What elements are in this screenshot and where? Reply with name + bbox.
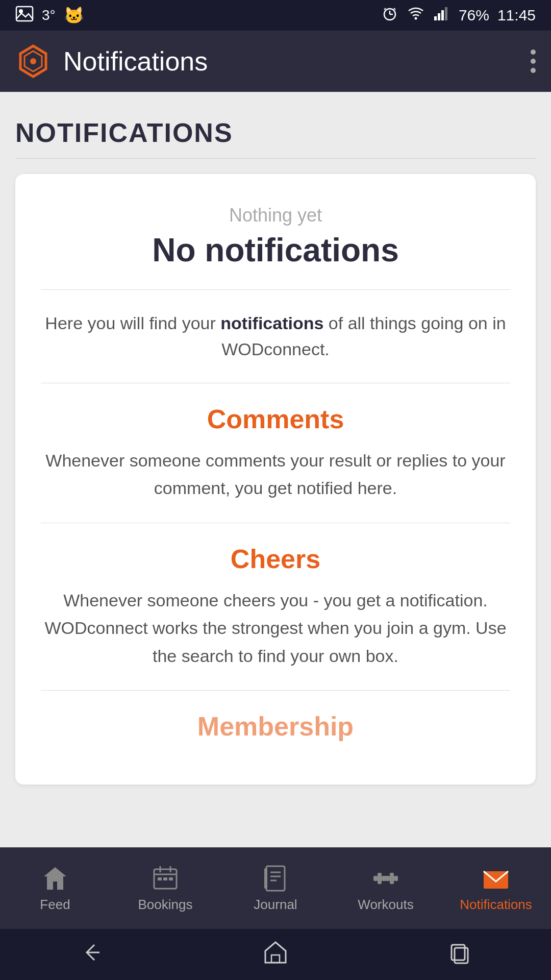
main-content: NOTIFICATIONS Nothing yet No notificatio… xyxy=(0,92,551,847)
svg-rect-8 xyxy=(434,16,437,20)
journal-icon xyxy=(261,864,290,893)
notifications-label: Notifications xyxy=(460,897,532,913)
app-bar: Notifications xyxy=(0,31,551,92)
time-text: 11:45 xyxy=(497,7,536,24)
svg-rect-11 xyxy=(445,7,447,20)
svg-point-7 xyxy=(414,17,417,19)
workouts-icon xyxy=(371,864,400,893)
svg-rect-10 xyxy=(441,10,444,20)
no-notifications-title: No notifications xyxy=(41,231,510,269)
card-divider-4 xyxy=(41,690,510,691)
wifi-icon xyxy=(407,5,425,27)
feed-label: Feed xyxy=(40,897,70,913)
cheers-feature-title: Cheers xyxy=(41,544,510,574)
bottom-nav: Feed Bookings Journal xyxy=(0,847,551,929)
home-button[interactable] xyxy=(263,940,288,970)
bookings-icon xyxy=(151,864,180,893)
image-icon xyxy=(15,5,34,27)
comments-feature-title: Comments xyxy=(41,404,510,434)
svg-line-5 xyxy=(384,8,386,10)
description-text: Here you will find your notifications of… xyxy=(41,310,510,362)
svg-rect-36 xyxy=(271,955,280,963)
svg-line-6 xyxy=(394,8,395,10)
nothing-yet-text: Nothing yet xyxy=(41,205,510,226)
comments-feature-desc: Whenever someone comments your result or… xyxy=(41,447,510,502)
journal-label: Journal xyxy=(254,897,297,913)
svg-rect-21 xyxy=(169,877,173,880)
page-title: NOTIFICATIONS xyxy=(15,117,536,148)
signal-icon xyxy=(433,5,450,26)
more-menu-button[interactable] xyxy=(531,50,536,73)
back-button[interactable] xyxy=(79,940,105,970)
app-bar-left: Notifications xyxy=(15,43,208,79)
app-bar-title: Notifications xyxy=(63,46,208,77)
cheers-feature-desc: Whenever someone cheers you - you get a … xyxy=(41,586,510,670)
nav-item-journal[interactable]: Journal xyxy=(220,859,331,918)
app-logo-icon xyxy=(15,43,51,79)
svg-rect-20 xyxy=(163,877,167,880)
recents-button[interactable] xyxy=(446,940,472,970)
android-nav-bar xyxy=(0,929,551,980)
workouts-label: Workouts xyxy=(358,897,413,913)
svg-rect-26 xyxy=(264,868,267,889)
card-divider-1 xyxy=(41,289,510,290)
notification-card: Nothing yet No notifications Here you wi… xyxy=(15,174,536,785)
nav-item-bookings[interactable]: Bookings xyxy=(110,859,220,918)
nav-item-workouts[interactable]: Workouts xyxy=(331,859,441,918)
cat-icon: 🐱 xyxy=(64,6,84,25)
svg-rect-0 xyxy=(16,7,33,21)
bookings-label: Bookings xyxy=(138,897,193,913)
status-bar: 3° 🐱 xyxy=(0,0,551,31)
nav-item-notifications[interactable]: Notifications xyxy=(441,859,551,918)
svg-rect-19 xyxy=(158,877,162,880)
battery-text: 76% xyxy=(459,7,489,24)
svg-rect-9 xyxy=(438,13,440,20)
feed-icon xyxy=(41,864,69,893)
title-divider xyxy=(15,158,536,159)
svg-point-14 xyxy=(30,58,36,64)
card-divider-2 xyxy=(41,383,510,383)
more-feature-title: Membership xyxy=(41,711,510,742)
svg-rect-22 xyxy=(266,866,285,891)
nav-item-feed[interactable]: Feed xyxy=(0,859,110,918)
temperature-text: 3° xyxy=(42,7,56,23)
card-divider-3 xyxy=(41,523,510,523)
status-left: 3° 🐱 xyxy=(15,5,84,27)
notifications-icon xyxy=(482,864,510,893)
alarm-icon xyxy=(381,5,398,26)
svg-marker-35 xyxy=(265,942,286,963)
svg-point-1 xyxy=(19,9,23,13)
status-right: 76% 11:45 xyxy=(381,5,536,27)
